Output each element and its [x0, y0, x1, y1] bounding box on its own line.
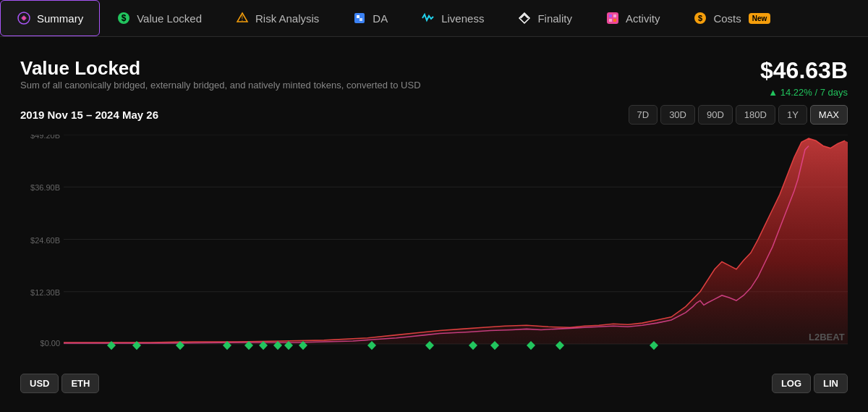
svg-text:$: $ — [122, 13, 127, 23]
svg-rect-12 — [613, 14, 616, 17]
tab-costs[interactable]: $ Costs New — [676, 0, 787, 36]
time-btn-1y[interactable]: 1Y — [778, 105, 807, 125]
liveness-icon — [421, 11, 435, 25]
time-buttons: 7D 30D 90D 180D 1Y MAX — [629, 105, 848, 125]
costs-new-badge: New — [749, 13, 771, 24]
svg-point-1 — [22, 17, 26, 20]
value-locked-title-block: Value Locked Sum of all canonically brid… — [20, 57, 421, 102]
time-btn-max[interactable]: MAX — [810, 105, 848, 125]
value-locked-change: ▲ 14.22% / 7 days — [760, 87, 848, 98]
date-range: 2019 Nov 15 – 2024 May 26 — [20, 109, 158, 121]
time-btn-7d[interactable]: 7D — [629, 105, 658, 125]
risk-analysis-icon: ! — [235, 11, 250, 25]
svg-text:$49.20B: $49.20B — [30, 135, 60, 140]
scale-lin-btn[interactable]: LIN — [814, 374, 848, 393]
svg-rect-8 — [359, 18, 362, 21]
value-locked-amount: $46.63B — [760, 57, 848, 84]
svg-text:$12.30B: $12.30B — [30, 288, 60, 297]
tab-liveness-label: Liveness — [441, 12, 484, 25]
currency-eth-btn[interactable]: ETH — [61, 374, 99, 393]
tab-liveness[interactable]: Liveness — [404, 0, 501, 36]
tab-da-label: DA — [373, 12, 388, 25]
svg-rect-14 — [613, 19, 616, 22]
scale-buttons: LOG LIN — [772, 374, 848, 393]
main-content: Value Locked Sum of all canonically brid… — [0, 37, 868, 393]
time-btn-90d[interactable]: 90D — [698, 105, 733, 125]
tab-risk-analysis[interactable]: ! Risk Analysis — [218, 0, 336, 36]
svg-text:!: ! — [242, 14, 244, 22]
tab-finality-label: Finality — [537, 12, 572, 25]
tab-value-locked[interactable]: $ Value Locked — [100, 0, 218, 36]
svg-text:$0.00: $0.00 — [41, 339, 60, 348]
tab-finality[interactable]: Finality — [501, 0, 589, 36]
currency-usd-btn[interactable]: USD — [20, 374, 59, 393]
tab-costs-label: Costs — [713, 12, 741, 25]
da-icon — [352, 11, 367, 25]
svg-rect-13 — [609, 19, 612, 22]
svg-rect-10 — [607, 12, 618, 24]
tab-activity[interactable]: Activity — [589, 0, 677, 36]
tab-risk-analysis-label: Risk Analysis — [255, 12, 319, 25]
summary-icon — [17, 11, 31, 25]
tab-value-locked-label: Value Locked — [137, 12, 202, 25]
tab-da[interactable]: DA — [336, 0, 404, 36]
tab-summary[interactable]: Summary — [0, 0, 100, 36]
value-locked-subtitle: Sum of all canonically bridged, external… — [20, 80, 421, 91]
svg-rect-7 — [357, 15, 359, 18]
svg-text:L2BEAT: L2BEAT — [809, 332, 845, 342]
finality-icon — [517, 11, 532, 25]
scale-log-btn[interactable]: LOG — [772, 374, 811, 393]
value-locked-title: Value Locked — [20, 57, 421, 80]
activity-icon — [605, 11, 620, 25]
currency-buttons: USD ETH — [20, 374, 99, 393]
value-locked-header: Value Locked Sum of all canonically brid… — [20, 57, 848, 102]
svg-rect-11 — [609, 14, 612, 17]
value-locked-stats: $46.63B ▲ 14.22% / 7 days — [760, 57, 848, 98]
time-btn-30d[interactable]: 30D — [660, 105, 695, 125]
svg-text:$36.90B: $36.90B — [30, 183, 60, 192]
svg-text:$: $ — [698, 14, 702, 22]
bottom-controls: USD ETH LOG LIN — [20, 366, 848, 393]
time-btn-180d[interactable]: 180D — [736, 105, 775, 125]
costs-icon: $ — [693, 11, 707, 25]
chart-svg: $49.20B $36.90B $24.60B $12.30B $0.00 — [20, 135, 848, 366]
chart-container: $49.20B $36.90B $24.60B $12.30B $0.00 — [20, 135, 848, 366]
svg-text:$24.60B: $24.60B — [30, 236, 60, 245]
tab-activity-label: Activity — [626, 12, 660, 25]
tab-summary-label: Summary — [37, 12, 83, 25]
date-range-row: 2019 Nov 15 – 2024 May 26 7D 30D 90D 180… — [20, 105, 848, 125]
value-locked-icon: $ — [116, 11, 131, 25]
nav-tabs: Summary $ Value Locked ! Risk Analysis D… — [0, 0, 868, 37]
